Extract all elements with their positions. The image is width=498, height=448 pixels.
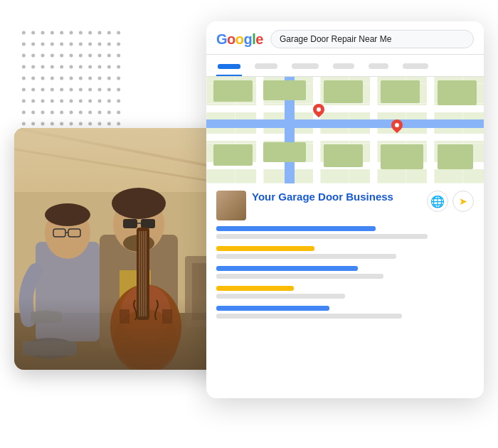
road-h1: [206, 105, 484, 112]
bar-gray-4: [216, 294, 345, 299]
map-block-9: [438, 80, 477, 105]
svg-point-17: [112, 188, 166, 219]
search-query-text: Garage Door Repair Near Me: [280, 34, 391, 44]
google-search-card: Google Garage Door Repair Near Me: [206, 21, 484, 398]
bar-blue-3: [216, 306, 329, 311]
svg-point-32: [23, 338, 77, 359]
map-block-8: [381, 80, 420, 103]
detail-row-3: [216, 266, 474, 279]
tab-maps[interactable]: [253, 59, 279, 76]
bar-yellow-2: [216, 286, 294, 291]
listing-thumbnail: [216, 191, 246, 220]
tab-extra[interactable]: [401, 59, 430, 76]
map-pin-2[interactable]: [390, 119, 404, 138]
map-preview[interactable]: [206, 77, 484, 183]
google-logo: Google: [216, 31, 263, 48]
search-bar[interactable]: Garage Door Repair Near Me: [270, 30, 474, 48]
detail-row-5: [216, 306, 474, 319]
logo-o2: o: [235, 31, 244, 48]
road-v3: [370, 77, 377, 183]
nav-tabs: [206, 55, 484, 77]
map-block-7: [381, 144, 423, 169]
bar-gray-5: [216, 314, 402, 319]
tab-images[interactable]: [290, 59, 320, 76]
logo-o1: o: [227, 31, 235, 48]
svg-rect-33: [23, 341, 77, 356]
garage-photo-card: [14, 128, 235, 370]
map-block-4: [213, 144, 253, 166]
svg-rect-15: [120, 270, 151, 327]
listing-header: Your Garage Door Business 🌐 ➤: [216, 191, 474, 220]
bar-blue-1: [216, 226, 376, 231]
map-block-2: [263, 80, 306, 100]
svg-rect-27: [137, 228, 149, 320]
road-v2: [313, 77, 320, 183]
tab-news[interactable]: [332, 59, 356, 76]
map-block-6: [324, 144, 363, 167]
detail-row-4: [216, 286, 474, 299]
svg-rect-13: [100, 235, 178, 348]
detail-row-2: [216, 246, 474, 259]
listing-details: [216, 226, 474, 319]
svg-rect-2: [14, 313, 235, 370]
svg-line-3: [14, 128, 235, 171]
svg-rect-14: [100, 235, 178, 348]
svg-rect-10: [53, 229, 65, 237]
map-block-1: [213, 80, 253, 102]
svg-point-18: [123, 235, 154, 252]
logo-g: G: [216, 31, 227, 48]
logo-g2: g: [244, 31, 253, 48]
svg-rect-20: [141, 219, 155, 228]
bar-gray-2: [216, 254, 396, 259]
map-block-5: [263, 142, 306, 162]
svg-rect-25: [120, 309, 129, 324]
photo-background: [14, 128, 235, 370]
map-pin-1[interactable]: [312, 104, 326, 122]
road-v4: [427, 77, 434, 183]
detail-row-1: [216, 226, 474, 239]
svg-rect-7: [36, 242, 100, 341]
tab-more[interactable]: [367, 59, 390, 76]
bar-blue-2: [216, 266, 358, 271]
listing-thumb-image: [216, 191, 246, 220]
svg-point-22: [110, 284, 181, 370]
musicians-illustration: [14, 128, 235, 370]
listing-actions: 🌐 ➤: [427, 191, 474, 212]
business-listing: Your Garage Door Business 🌐 ➤: [206, 183, 484, 326]
road-v1: [256, 77, 263, 183]
bar-gray-1: [216, 234, 428, 239]
svg-point-23: [121, 284, 171, 341]
svg-point-9: [45, 203, 90, 226]
directions-button[interactable]: ➤: [452, 191, 474, 212]
listing-title[interactable]: Your Garage Door Business: [252, 191, 421, 203]
svg-rect-11: [68, 229, 80, 237]
svg-point-16: [113, 196, 164, 252]
svg-line-4: [14, 149, 235, 185]
road-blue-h: [206, 119, 484, 128]
dot-grid-decoration: [14, 21, 128, 135]
svg-point-24: [114, 309, 178, 370]
map-block-3: [324, 80, 363, 103]
svg-rect-1: [14, 128, 235, 192]
google-header: Google Garage Door Repair Near Me: [206, 21, 484, 55]
road-h2: [206, 134, 484, 141]
logo-e: e: [255, 31, 263, 48]
bar-gray-3: [216, 274, 383, 279]
svg-point-8: [45, 208, 90, 259]
website-button[interactable]: 🌐: [427, 191, 448, 212]
svg-rect-35: [31, 311, 62, 323]
listing-info: Your Garage Door Business: [252, 191, 421, 203]
svg-point-34: [31, 310, 62, 323]
svg-rect-0: [14, 128, 235, 370]
map-block-10: [438, 144, 473, 169]
svg-rect-19: [123, 219, 137, 228]
bar-yellow-1: [216, 246, 314, 251]
svg-rect-26: [162, 309, 172, 324]
tab-all[interactable]: [216, 59, 242, 76]
